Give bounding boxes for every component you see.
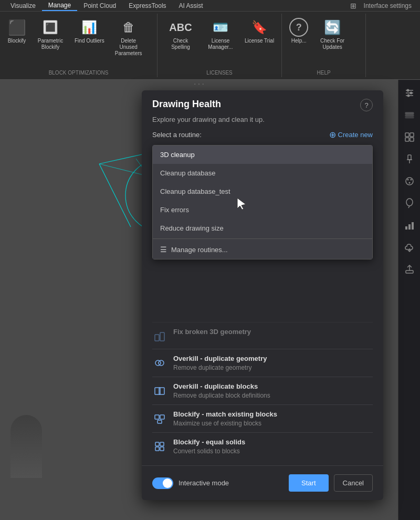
create-new-button[interactable]: ⊕ Create new <box>329 130 373 140</box>
dropdown-item-fix-errors[interactable]: Fix errors <box>153 201 372 219</box>
routine-item-blockify-solids: Blockify - equal solids Convert solids t… <box>152 432 373 460</box>
grid-icon: ⊞ <box>350 2 356 10</box>
licenses-label: LICENSES <box>158 70 281 76</box>
delete-unused-params-label: Delete Unused Parameters <box>113 38 144 57</box>
license-trial-icon: 🔖 <box>250 18 269 37</box>
sidebar-chart-button[interactable] <box>401 216 418 234</box>
nav-tab-manage[interactable]: Manage <box>42 0 77 11</box>
top-nav: Visualize Manage Point Cloud ExpressTool… <box>0 0 420 12</box>
ribbon-section-block-optimizations: ⬛ Blockify 🔳 Parametric Blockify 📊 Find … <box>0 14 158 77</box>
svg-rect-18 <box>160 442 164 446</box>
sidebar-balloon-button[interactable] <box>401 194 418 212</box>
svg-rect-33 <box>410 138 414 141</box>
toggle-knob <box>163 479 172 488</box>
sidebar-layers-button[interactable] <box>401 106 418 124</box>
blockify-solids-icon <box>152 439 167 454</box>
manage-routines-label: Manage routines... <box>171 246 228 254</box>
dropdown-list: 3D cleanup Cleanup database Cleanup data… <box>152 145 373 259</box>
ribbon-btn-check-for-updates[interactable]: 🔄 Check For Updates <box>313 16 351 53</box>
main-area: · · · Drawing Health ? Explore your draw… <box>0 80 420 520</box>
ribbon-btn-help[interactable]: ? Help... <box>286 16 311 46</box>
interface-settings-button[interactable]: Interface settings <box>360 1 416 11</box>
svg-rect-17 <box>155 442 159 446</box>
nav-tab-pointcloud[interactable]: Point Cloud <box>77 0 122 11</box>
svg-rect-43 <box>405 226 407 230</box>
panel-title: Drawing Health <box>152 99 221 110</box>
svg-point-26 <box>407 95 410 97</box>
ribbon: ⬛ Blockify 🔳 Parametric Blockify 📊 Find … <box>0 12 420 80</box>
nav-tab-aiassist[interactable]: AI Assist <box>173 0 209 11</box>
select-routine-label: Select a routine: <box>152 131 202 139</box>
fix-broken-3d-info: Fix broken 3D geometry <box>173 328 373 337</box>
svg-rect-9 <box>160 332 164 341</box>
blockify-match-icon <box>152 411 167 426</box>
svg-text:· · ·: · · · <box>194 80 204 88</box>
svg-rect-27 <box>405 112 414 114</box>
svg-line-42 <box>408 206 410 208</box>
ribbon-btn-delete-unused-params[interactable]: 🗑 Delete Unused Parameters <box>110 16 148 59</box>
blockify-match-title: Blockify - match existing blocks <box>173 410 373 418</box>
panel-footer: Interactive mode Start Cancel <box>142 465 383 500</box>
check-for-updates-label: Check For Updates <box>317 38 348 50</box>
nav-tab-visualize[interactable]: Visualize <box>4 0 42 11</box>
interface-settings-area: ⊞ Interface settings <box>350 0 416 11</box>
overkill-geometry-title: Overkill - duplicate geometry <box>173 355 373 362</box>
overkill-blocks-icon <box>152 383 167 398</box>
dropdown-item-cleanup-database[interactable]: Cleanup database <box>153 164 372 182</box>
dropdown-item-3d-cleanup[interactable]: 3D cleanup <box>153 145 372 164</box>
routine-item-overkill-geometry: Overkill - duplicate geometry Remove dup… <box>152 349 373 377</box>
sidebar-grid-button[interactable] <box>401 128 418 146</box>
sidebar-export-button[interactable] <box>401 261 418 278</box>
dropdown-item-cleanup-database-test[interactable]: Cleanup database_test <box>153 182 372 201</box>
dropdown-item-reduce-drawing-size[interactable]: Reduce drawing size <box>153 219 372 237</box>
svg-rect-14 <box>155 415 159 419</box>
svg-rect-30 <box>405 133 409 137</box>
panel-content: Fix broken 3D geometry Overkill - duplic… <box>142 315 383 460</box>
svg-rect-34 <box>408 155 411 160</box>
sidebar-cloud-button[interactable] <box>401 238 418 256</box>
dropdown-divider <box>153 238 372 239</box>
ribbon-btn-license-trial[interactable]: 🔖 License Trial <box>242 16 277 46</box>
interactive-mode-section: Interactive mode <box>152 477 229 489</box>
blockify-icon: ⬛ <box>7 18 26 37</box>
svg-point-11 <box>159 360 164 366</box>
nav-tab-expresstools[interactable]: ExpressTools <box>122 0 172 11</box>
svg-point-37 <box>406 178 413 185</box>
svg-rect-29 <box>405 117 414 118</box>
svg-rect-47 <box>406 271 413 273</box>
ribbon-btn-license-manager[interactable]: 🪪 License Manager... <box>202 16 239 53</box>
sidebar-palette-button[interactable] <box>401 172 418 190</box>
cancel-button[interactable]: Cancel <box>334 474 373 492</box>
sidebar-settings-sliders-button[interactable] <box>401 84 418 102</box>
ribbon-btn-blockify[interactable]: ⬛ Blockify <box>4 16 29 46</box>
interactive-mode-label: Interactive mode <box>178 479 229 487</box>
license-trial-label: License Trial <box>245 38 274 44</box>
fix-broken-3d-title: Fix broken 3D geometry <box>173 328 373 336</box>
svg-rect-15 <box>160 415 164 419</box>
panel-help-button[interactable]: ? <box>360 99 373 111</box>
interactive-mode-toggle[interactable] <box>152 477 173 489</box>
ribbon-btn-parametric-blockify[interactable]: 🔳 Parametric Blockify <box>32 16 69 53</box>
manage-routines-item[interactable]: ☰ Manage routines... <box>153 240 372 259</box>
find-outliers-icon: 📊 <box>80 18 99 37</box>
svg-point-41 <box>406 199 413 206</box>
ribbon-btn-find-outliers[interactable]: 📊 Find Outliers <box>71 16 108 46</box>
panel-header: Drawing Health ? <box>142 90 383 116</box>
dropdown-container: 3D cleanup Cleanup database Cleanup data… <box>152 145 373 162</box>
panel-subtitle: Explore your drawing and clean it up. <box>142 116 383 130</box>
block-optimizations-label: BLOCK OPTIMIZATIONS <box>0 70 157 76</box>
overkill-blocks-desc: Remove duplicate block definitions <box>173 392 373 399</box>
help-label: Help... <box>291 38 307 44</box>
help-section-label: HELP <box>282 70 365 76</box>
create-new-label: Create new <box>338 131 373 139</box>
sidebar-pin-button[interactable] <box>401 150 418 168</box>
blockify-label: Blockify <box>8 38 26 44</box>
overkill-geometry-icon <box>152 356 167 370</box>
fix-broken-3d-icon <box>152 329 167 344</box>
ribbon-section-licenses: ABC Check Spelling 🪪 License Manager... … <box>158 14 282 77</box>
parametric-blockify-icon: 🔳 <box>41 18 60 37</box>
start-button[interactable]: Start <box>289 474 328 492</box>
ribbon-btn-check-spelling[interactable]: ABC Check Spelling <box>162 16 200 53</box>
canvas-figure <box>10 415 42 478</box>
overkill-blocks-title: Overkill - duplicate blocks <box>173 382 373 390</box>
